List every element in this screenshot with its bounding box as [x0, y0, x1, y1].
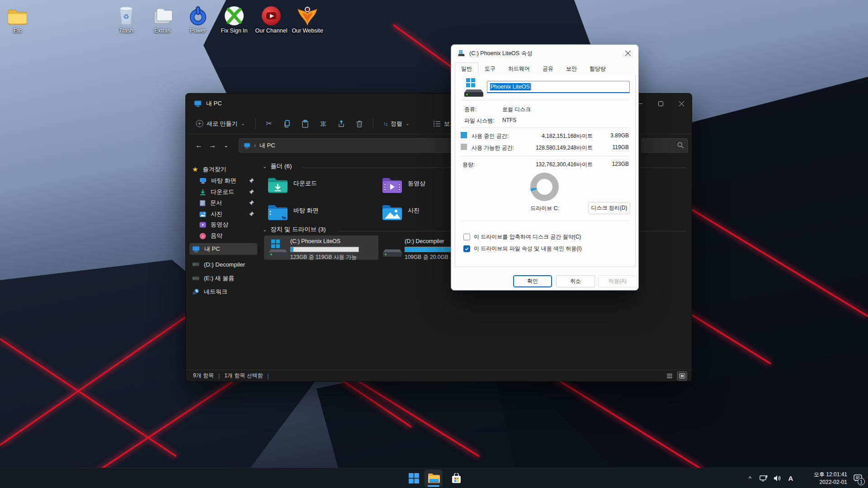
sidebar-item-downloads[interactable]: 다운로드	[197, 186, 257, 198]
filesystem-value: NTFS	[502, 117, 516, 123]
apply-button[interactable]: 적용(A)	[598, 275, 637, 287]
tab-quota[interactable]: 할당량	[583, 62, 612, 75]
rename-button[interactable]	[315, 117, 331, 131]
divider	[462, 221, 629, 221]
paste-icon	[301, 120, 309, 128]
drive-name: (C:) Phoenix LiteOS	[290, 238, 340, 244]
sidebar-item-desktop[interactable]: 바탕 화면	[197, 175, 257, 187]
sidebar-item-favorites[interactable]: ★ 즐겨찾기	[189, 164, 257, 175]
search-input[interactable]	[641, 138, 688, 153]
folders-section-header[interactable]: ⌄ 폴더 (6)	[263, 162, 292, 170]
file-explorer-taskbar-button[interactable]	[425, 469, 443, 487]
scissors-icon: ✂	[266, 119, 272, 128]
delete-button[interactable]	[351, 117, 368, 131]
microsoft-store-taskbar-button[interactable]	[447, 469, 465, 487]
sidebar-item-drive-e[interactable]: (E:) 새 볼륨	[189, 272, 257, 284]
start-button[interactable]	[405, 469, 423, 487]
index-checkbox[interactable]	[463, 245, 470, 252]
large-icons-view-button[interactable]	[677, 371, 687, 380]
tray-overflow-button[interactable]: ^	[743, 468, 757, 488]
recent-locations-button[interactable]: ⌄	[219, 139, 233, 152]
compress-checkbox[interactable]	[463, 234, 470, 240]
dialog-titlebar[interactable]: (C:) Phoenix LiteOS 속성	[451, 45, 638, 62]
forward-button[interactable]: →	[206, 139, 219, 152]
pin-icon	[249, 200, 255, 206]
folder-name: 바탕 화면	[293, 206, 319, 215]
drive-icon	[192, 262, 199, 267]
trash-icon	[355, 120, 363, 128]
network-tray-icon[interactable]	[757, 468, 770, 488]
window-title: 내 PC	[206, 99, 222, 108]
copy-button[interactable]	[279, 117, 295, 131]
sidebar-item-label: (E:) 새 볼륨	[204, 274, 234, 282]
tab-tools[interactable]: 도구	[478, 62, 502, 75]
section-title: 장치 및 드라이브 (3)	[270, 225, 326, 234]
divider	[462, 127, 629, 128]
drive-icon	[458, 50, 465, 56]
status-separator: |	[218, 373, 220, 379]
back-button[interactable]: ←	[192, 139, 206, 152]
toolbar-divider	[255, 118, 255, 129]
desktop-icon-our-channel[interactable]: Our Channel	[250, 4, 292, 34]
sidebar-item-label: 문서	[210, 199, 222, 207]
desktop-icon-etc[interactable]: Etc	[0, 4, 38, 34]
folder-tile-downloads[interactable]: 다운로드	[264, 173, 378, 198]
drive-name: (D:) Decompiler	[405, 238, 444, 244]
drive-letter-label: 드라이브 C:	[513, 205, 576, 212]
sidebar-item-network[interactable]: 네트워크	[189, 286, 257, 298]
paste-button[interactable]	[297, 117, 313, 131]
free-space-label: 사용 가능한 공간:	[472, 144, 524, 152]
disk-cleanup-button[interactable]: 디스크 정리(D)	[588, 202, 630, 214]
view-icon	[433, 120, 441, 127]
text-caret	[530, 83, 531, 90]
cancel-button[interactable]: 취소	[556, 275, 595, 287]
section-title: 폴더 (6)	[270, 162, 292, 170]
desktop-icon-power[interactable]: Power	[177, 4, 219, 34]
drive-tile-c[interactable]: (C:) Phoenix LiteOS 123GB 중 119GB 사용 가능	[264, 235, 378, 260]
used-space-bytes: 4,182,151,168바이트	[520, 132, 593, 140]
running-app-indicator	[428, 485, 439, 487]
tab-hardware[interactable]: 하드웨어	[502, 62, 536, 75]
desktop-icon-fix-sign-in[interactable]: Fix Sign In	[213, 4, 255, 34]
tab-sharing[interactable]: 공유	[536, 62, 560, 75]
drives-section-header[interactable]: ⌄ 장치 및 드라이브 (3)	[263, 225, 326, 234]
copy-icon	[283, 120, 291, 128]
sidebar-item-documents[interactable]: 문서	[197, 197, 257, 209]
tab-general[interactable]: 일반	[455, 62, 478, 75]
videos-folder-icon	[382, 177, 402, 194]
desktop-icon-our-website[interactable]: S Our Website	[287, 4, 328, 34]
sidebar-item-label: 동영상	[211, 221, 228, 229]
desktop-folder-icon	[268, 204, 288, 221]
folder-tile-desktop[interactable]: 바탕 화면	[264, 200, 378, 225]
desktop-icon-trash[interactable]: ♻ Trash	[105, 4, 147, 34]
volume-tray-icon[interactable]	[770, 468, 784, 488]
downloads-folder-icon	[268, 177, 288, 194]
sidebar-item-this-pc[interactable]: 내 PC	[189, 243, 257, 255]
drive-name-input[interactable]: Phoenix LiteOS	[487, 81, 630, 93]
ok-button[interactable]: 확인	[513, 275, 552, 287]
breadcrumb[interactable]: 내 PC	[259, 141, 275, 150]
dialog-close-button[interactable]	[618, 45, 638, 62]
new-button[interactable]: 새로 만들기 ⌄	[191, 117, 250, 131]
ime-letter: A	[788, 474, 793, 482]
sidebar-item-drive-d[interactable]: (D:) Decompiler	[189, 258, 257, 270]
share-button[interactable]	[333, 117, 349, 131]
items-count: 9개 항목	[193, 372, 214, 380]
sidebar-item-music[interactable]: ♪ 음악	[197, 230, 257, 242]
close-button[interactable]	[671, 94, 692, 113]
notification-center-button[interactable]: 1	[850, 468, 865, 488]
status-separator: |	[267, 373, 269, 379]
star-icon: ★	[192, 165, 198, 174]
ime-indicator[interactable]: A	[784, 468, 797, 488]
type-label: 종류:	[464, 106, 476, 113]
new-button-label: 새로 만들기	[207, 120, 238, 128]
maximize-button[interactable]	[650, 94, 671, 113]
taskbar-clock[interactable]: 오후 12:01:41 2022-02-01	[800, 471, 847, 485]
details-view-button[interactable]	[665, 371, 675, 380]
desktop-icon-label: Trash	[105, 28, 147, 34]
tab-security[interactable]: 보안	[560, 62, 583, 75]
sort-button[interactable]: ↑↓ 정렬 ⌄	[379, 117, 414, 131]
sidebar-item-videos[interactable]: 동영상	[197, 219, 257, 230]
cut-button[interactable]: ✂	[261, 117, 277, 131]
forward-icon: →	[209, 141, 216, 150]
